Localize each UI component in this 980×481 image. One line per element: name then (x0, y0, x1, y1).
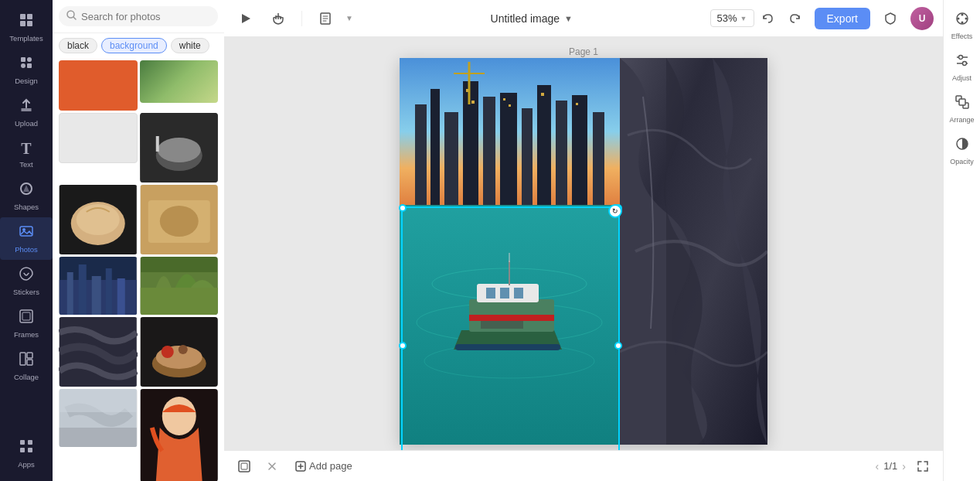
fullscreen-button[interactable] (912, 455, 934, 477)
svg-point-46 (178, 345, 187, 354)
export-button[interactable]: Export (815, 8, 870, 29)
photo-item-green[interactable] (140, 60, 219, 103)
svg-rect-5 (27, 57, 32, 62)
photo-item-food1[interactable] (140, 113, 219, 183)
svg-rect-6 (21, 63, 26, 68)
sidebar-item-design[interactable]: Design (0, 49, 53, 91)
svg-rect-37 (117, 278, 125, 315)
photo-item-city[interactable] (59, 257, 138, 315)
search-box[interactable] (59, 6, 218, 26)
page-thumbnail-button[interactable] (233, 455, 255, 477)
text-icon: T (21, 140, 31, 158)
opacity-icon (954, 136, 970, 155)
zoom-control[interactable]: 53% ▼ (710, 9, 754, 27)
svg-rect-91 (500, 288, 509, 298)
present-button[interactable] (233, 6, 258, 31)
search-input[interactable] (81, 11, 210, 22)
bottom-bar: Add page ‹ 1/1 › (224, 450, 943, 481)
design-icon (19, 55, 34, 74)
svg-point-107 (957, 18, 959, 20)
effects-icon (954, 11, 970, 30)
svg-rect-78 (509, 104, 511, 107)
svg-rect-48 (60, 428, 137, 447)
canvas-area: Page 1 (224, 37, 943, 450)
sidebar-item-apps[interactable]: Apps (0, 432, 53, 475)
photo-item-nature[interactable] (140, 257, 219, 315)
page-size-button[interactable] (313, 6, 338, 31)
left-sidebar: Templates Design Upload T Text (0, 0, 53, 481)
delete-page-button[interactable] (261, 455, 283, 477)
tag-background[interactable]: background (101, 38, 167, 53)
sidebar-item-frames[interactable]: Frames (0, 302, 53, 345)
header-tools: 53% ▼ (710, 6, 807, 31)
photo-item-white-swatch[interactable] (59, 113, 138, 163)
svg-rect-93 (481, 321, 523, 329)
svg-rect-90 (486, 288, 495, 298)
svg-rect-40 (140, 272, 217, 288)
prev-page-button[interactable]: ‹ (876, 460, 880, 472)
canvas-left-image[interactable] (400, 58, 620, 445)
sidebar-item-photos-label: Photos (15, 245, 38, 254)
opacity-button[interactable]: Opacity (945, 131, 979, 170)
effects-button[interactable]: Effects (945, 6, 979, 45)
effects-label: Effects (951, 32, 972, 40)
right-sidebar: Effects Adjust Arrange (943, 0, 980, 481)
svg-rect-70 (522, 108, 533, 205)
sidebar-item-frames-label: Frames (14, 330, 39, 339)
sidebar-item-templates[interactable]: Templates (0, 6, 53, 49)
templates-icon (19, 12, 34, 32)
sidebar-item-collage[interactable]: Collage (0, 345, 53, 387)
svg-point-104 (961, 14, 963, 16)
photo-item-food2[interactable] (59, 185, 138, 254)
sidebar-item-upload[interactable]: Upload (0, 91, 53, 134)
sidebar-item-text[interactable]: T Text (0, 134, 53, 175)
photo-item-tacos[interactable] (140, 317, 219, 387)
page-indicator: 1/1 (883, 460, 897, 472)
sidebar-item-design-label: Design (15, 77, 38, 85)
filter-tags: black background white (53, 33, 224, 58)
sidebar-item-templates-label: Templates (9, 34, 43, 43)
svg-rect-0 (20, 14, 26, 19)
arrange-button[interactable]: Arrange (945, 90, 979, 128)
svg-rect-76 (471, 101, 475, 104)
sidebar-item-upload-label: Upload (15, 119, 38, 128)
svg-rect-98 (239, 461, 250, 472)
svg-rect-99 (241, 463, 247, 469)
collage-icon (19, 351, 34, 370)
add-page-button[interactable]: Add page (289, 455, 359, 477)
photo-item-orange-swatch[interactable] (59, 60, 138, 111)
canvas-right-image[interactable] (620, 58, 767, 445)
sidebar-item-shapes[interactable]: Shapes (0, 175, 53, 217)
svg-rect-13 (20, 353, 26, 365)
adjust-button[interactable]: Adjust (945, 48, 979, 87)
photo-item-anime[interactable] (140, 389, 219, 481)
svg-rect-74 (593, 112, 604, 205)
sidebar-item-photos[interactable]: Photos (0, 217, 53, 260)
svg-point-23 (157, 138, 200, 162)
svg-rect-39 (140, 288, 217, 315)
photo-item-food3[interactable] (140, 185, 219, 254)
shield-icon-button[interactable] (878, 6, 903, 31)
avatar[interactable]: U (910, 7, 934, 30)
next-page-button[interactable]: › (902, 460, 906, 472)
main-area: ▼ Untitled image ▼ 53% ▼ (224, 0, 943, 481)
document-title-section[interactable]: Untitled image ▼ (491, 12, 573, 25)
svg-rect-36 (106, 268, 112, 315)
sidebar-item-stickers[interactable]: Stickers (0, 260, 53, 302)
sidebar-item-stickers-label: Stickers (13, 288, 39, 296)
svg-rect-65 (430, 89, 440, 205)
photo-item-mist[interactable] (59, 389, 138, 447)
svg-rect-7 (27, 63, 32, 68)
tag-white[interactable]: white (171, 38, 209, 53)
arrange-icon (954, 94, 970, 114)
redo-button[interactable] (782, 6, 807, 31)
svg-rect-73 (572, 95, 587, 205)
svg-point-30 (159, 206, 198, 237)
sidebar-item-shapes-label: Shapes (14, 203, 39, 211)
shapes-icon (19, 181, 34, 200)
photo-item-fabric[interactable] (59, 317, 138, 387)
undo-button[interactable] (756, 6, 781, 31)
hand-tool-button[interactable] (266, 6, 291, 31)
tag-black[interactable]: black (59, 38, 97, 53)
page-label: Page 1 (569, 46, 598, 57)
